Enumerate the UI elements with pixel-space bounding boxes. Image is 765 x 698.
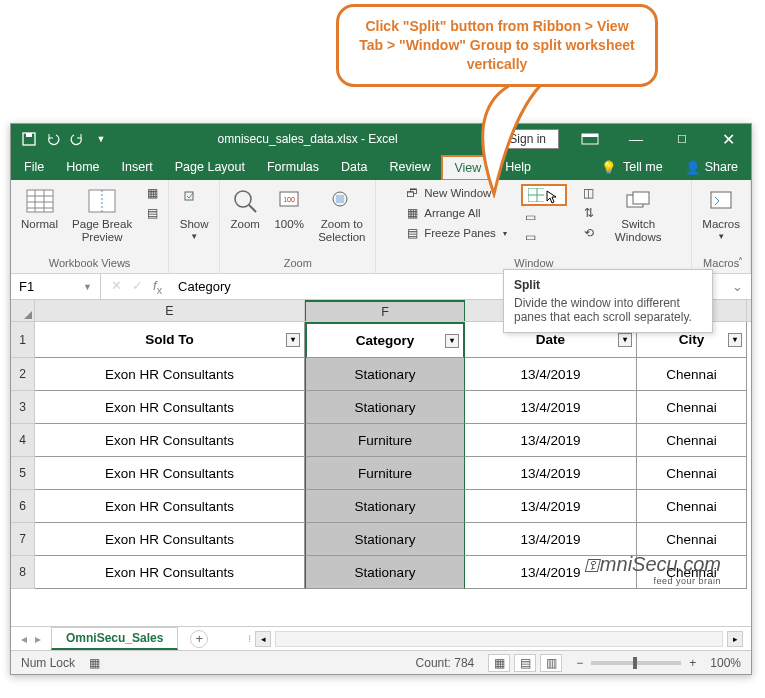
unhide-button[interactable]: ▭ [521,228,567,246]
next-sheet-icon[interactable]: ▸ [35,632,41,646]
undo-icon[interactable] [45,131,61,147]
filter-icon[interactable]: ▾ [618,333,632,347]
cell[interactable]: Stationary [305,523,465,556]
cell[interactable]: 13/4/2019 [465,457,637,490]
cell[interactable]: Chennai [637,424,747,457]
scroll-track[interactable] [275,631,723,647]
freeze-panes-button[interactable]: ▤Freeze Panes▾ [402,224,509,242]
tab-page-layout[interactable]: Page Layout [164,154,256,180]
filter-icon[interactable]: ▾ [286,333,300,347]
normal-view-icon[interactable]: ▦ [488,654,510,672]
row-header[interactable]: 7 [11,523,34,556]
row-header[interactable]: 5 [11,457,34,490]
filter-icon[interactable]: ▾ [445,334,459,348]
header-cell[interactable]: Sold To▾ [35,322,305,358]
cell[interactable]: 13/4/2019 [465,523,637,556]
cell[interactable]: 13/4/2019 [465,490,637,523]
select-all-button[interactable] [11,300,35,322]
redo-icon[interactable] [69,131,85,147]
scroll-right-icon[interactable]: ▸ [727,631,743,647]
tab-insert[interactable]: Insert [111,154,164,180]
enter-fx-icon[interactable]: ✓ [132,278,143,296]
cell[interactable]: Exon HR Consultants [35,358,305,391]
qat-dropdown-icon[interactable]: ▼ [93,131,109,147]
tab-review[interactable]: Review [378,154,441,180]
cell[interactable]: Exon HR Consultants [35,523,305,556]
name-box[interactable]: F1 ▼ [11,274,101,299]
scroll-left-icon[interactable]: ◂ [255,631,271,647]
page-break-preview-button[interactable]: Page Break Preview [68,184,136,245]
cancel-fx-icon[interactable]: ✕ [111,278,122,296]
cell[interactable]: Exon HR Consultants [35,391,305,424]
tab-home[interactable]: Home [55,154,110,180]
view-side-by-side-button[interactable]: ◫ [579,184,599,202]
add-sheet-button[interactable]: + [190,630,208,648]
cell[interactable]: Chennai [637,391,747,424]
tell-me[interactable]: 💡 Tell me [590,154,674,180]
sync-scroll-button[interactable]: ⇅ [579,204,599,222]
zoom-level[interactable]: 100% [710,656,741,670]
normal-view-button[interactable]: Normal [17,184,62,233]
cell[interactable]: Stationary [305,556,465,589]
tab-data[interactable]: Data [330,154,378,180]
save-icon[interactable] [21,131,37,147]
zoom-button[interactable]: Zoom [226,184,264,233]
cell[interactable]: 13/4/2019 [465,358,637,391]
cell[interactable]: Exon HR Consultants [35,556,305,589]
filter-icon[interactable]: ▾ [728,333,742,347]
show-button[interactable]: Show ▼ [175,184,213,243]
record-macro-icon[interactable]: ▦ [89,656,100,670]
horizontal-scrollbar[interactable]: ⁞ ◂ ▸ [248,631,751,647]
prev-sheet-icon[interactable]: ◂ [21,632,27,646]
arrange-all-button[interactable]: ▦Arrange All [402,204,509,222]
cell[interactable]: Furniture [305,457,465,490]
cell[interactable]: Stationary [305,391,465,424]
cell[interactable]: Exon HR Consultants [35,424,305,457]
share-button[interactable]: 👤 Share [674,154,749,180]
page-break-view-icon[interactable]: ▥ [540,654,562,672]
row-header[interactable]: 6 [11,490,34,523]
zoom-slider[interactable]: − + [576,656,696,670]
page-layout-button[interactable]: ▦ [142,184,162,202]
cell[interactable]: Exon HR Consultants [35,457,305,490]
cell[interactable]: 13/4/2019 [465,424,637,457]
row-header[interactable]: 2 [11,358,34,391]
hide-button[interactable]: ▭ [521,208,567,226]
sheet-tab[interactable]: OmniSecu_Sales [51,627,178,650]
row-header[interactable]: 4 [11,424,34,457]
macros-button[interactable]: Macros ▼ [698,184,744,243]
cell[interactable]: Stationary [305,358,465,391]
row-header[interactable]: 3 [11,391,34,424]
fx-icon[interactable]: fx [153,278,162,296]
cell[interactable]: Furniture [305,424,465,457]
cell[interactable]: Chennai [637,457,747,490]
cell[interactable]: 13/4/2019 [465,391,637,424]
reset-position-button[interactable]: ⟲ [579,224,599,242]
expand-formula-bar-icon[interactable]: ⌄ [724,279,751,294]
custom-views-button[interactable]: ▤ [142,204,162,222]
zoom-100-button[interactable]: 100 100% [270,184,308,233]
switch-windows-button[interactable]: Switch Windows [611,184,666,245]
ribbon-display-icon[interactable] [567,124,613,154]
collapse-ribbon-icon[interactable]: ˄ [738,256,743,267]
cell[interactable]: Exon HR Consultants [35,490,305,523]
zoom-in-icon[interactable]: + [689,656,696,670]
tab-file[interactable]: File [13,154,55,180]
row-header[interactable]: 8 [11,556,34,589]
zoom-out-icon[interactable]: − [576,656,583,670]
cell[interactable]: Stationary [305,490,465,523]
cell[interactable]: Chennai [637,523,747,556]
col-header-E[interactable]: E [35,300,305,321]
col-header-F[interactable]: F [305,300,465,321]
header-cell[interactable]: Category▾ [305,322,465,358]
maximize-button[interactable]: ☐ [659,124,705,154]
row-header[interactable]: 1 [11,322,34,358]
tab-formulas[interactable]: Formulas [256,154,330,180]
close-button[interactable]: ✕ [705,124,751,154]
zoom-selection-button[interactable]: Zoom to Selection [314,184,369,245]
minimize-button[interactable]: — [613,124,659,154]
cell[interactable]: Chennai [637,358,747,391]
page-layout-view-icon[interactable]: ▤ [514,654,536,672]
page-break-label: Page Break Preview [72,218,132,243]
cell[interactable]: Chennai [637,490,747,523]
